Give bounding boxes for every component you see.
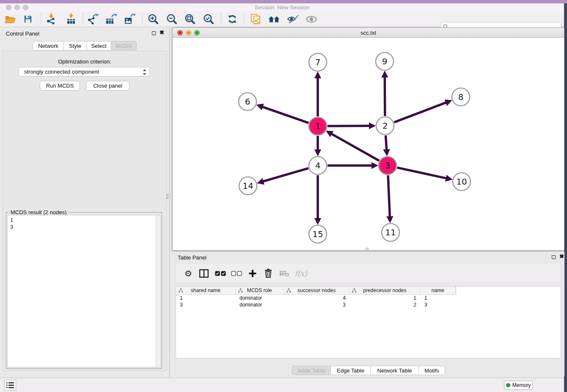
import-network-icon[interactable] [42, 12, 59, 26]
cell-predecessor-nodes[interactable]: 1 [350, 295, 421, 301]
graph-node-7[interactable]: 7 [309, 53, 327, 71]
export-network-icon[interactable] [85, 12, 102, 26]
cell-name[interactable]: 1 [421, 295, 456, 301]
close-table-panel-icon[interactable]: ✖ [559, 253, 564, 259]
tab-edge-table[interactable]: Edge Table [331, 366, 371, 375]
zoom-fit-icon[interactable] [182, 12, 198, 26]
deselect-all-icon[interactable] [229, 263, 244, 283]
column-header-name[interactable]: name [420, 287, 456, 294]
graph-edge-3-11[interactable] [388, 175, 390, 218]
splitter-handle[interactable] [166, 194, 169, 201]
cell-name[interactable]: 3 [421, 301, 456, 308]
network-window: scc.txt 7968124314101511 [172, 28, 564, 251]
tab-network-table[interactable]: Network Table [371, 366, 419, 375]
column-header-shared-name[interactable]: shared name [176, 287, 236, 294]
svg-text:6: 6 [245, 97, 250, 107]
memory-label: Memory [512, 382, 531, 388]
canvas-scroll-nub[interactable] [366, 248, 369, 250]
hide-selected-icon[interactable] [284, 12, 301, 26]
app-window: Session: New Session [0, 3, 564, 392]
float-panel-icon[interactable] [152, 31, 156, 35]
graph-edge-3-1[interactable] [330, 133, 379, 161]
optimization-value: strongly connected component [24, 69, 99, 75]
toolbar-separator [83, 14, 83, 25]
import-table-icon[interactable] [63, 12, 80, 26]
tab-select[interactable]: Select [87, 41, 111, 50]
select-all-icon[interactable] [213, 263, 228, 283]
graph-edge-2-3[interactable] [385, 135, 386, 151]
column-header-MCDS-role[interactable]: MCDS role [236, 287, 284, 294]
tab-style[interactable]: Style [64, 41, 87, 50]
float-table-panel-icon[interactable] [552, 255, 556, 259]
cell-successor-nodes[interactable]: 3 [284, 301, 350, 308]
tab-motifs[interactable]: Motifs [419, 366, 445, 375]
column-header-successor-nodes[interactable]: successor nodes [284, 287, 350, 294]
graph-node-11[interactable]: 11 [382, 224, 399, 241]
graph-node-6[interactable]: 6 [239, 93, 256, 110]
graph-edge-3-10[interactable] [397, 168, 447, 179]
graph-edge-1-2[interactable] [328, 126, 370, 126]
cell-shared-name[interactable]: 3 [176, 301, 236, 308]
zoom-in-icon[interactable] [145, 12, 162, 26]
graph-node-2[interactable]: 2 [376, 117, 394, 135]
close-panel-icon[interactable]: ✖ [160, 29, 164, 36]
cell-MCDS-role[interactable]: dominator [236, 295, 284, 301]
table-settings-icon[interactable]: ⚙ [181, 263, 195, 283]
optimization-select[interactable]: strongly connected component [19, 67, 150, 77]
graph-node-1[interactable]: 1 [309, 117, 327, 135]
graph-node-15[interactable]: 15 [309, 225, 327, 243]
node-table: shared nameMCDS rolesuccessor nodesprede… [176, 286, 561, 359]
result-scrollbar[interactable] [155, 215, 160, 367]
svg-text:14: 14 [242, 181, 253, 191]
optimization-label: Optimization criterion: [0, 58, 169, 65]
cell-successor-nodes[interactable]: 4 [284, 295, 350, 301]
svg-text:1: 1 [315, 121, 321, 131]
graph-node-10[interactable]: 10 [453, 173, 471, 190]
column-settings-icon[interactable] [197, 263, 211, 283]
export-image-icon[interactable] [121, 12, 138, 26]
network-titlebar[interactable]: scc.txt [173, 28, 564, 38]
table-row[interactable]: 3dominator323 [176, 301, 456, 308]
cell-MCDS-role[interactable]: dominator [236, 301, 284, 308]
tab-node-table[interactable]: Node Table [292, 366, 331, 375]
delete-icon[interactable] [261, 263, 275, 283]
apply-layout-icon[interactable] [224, 12, 241, 26]
memory-button[interactable]: Memory [504, 381, 533, 390]
mcds-result-area[interactable]: 13 [7, 215, 161, 367]
table-row[interactable]: 1dominator411 [176, 295, 456, 301]
open-file-icon[interactable] [2, 12, 19, 26]
save-session-icon[interactable] [19, 12, 36, 26]
graph-edge-4-14[interactable] [262, 168, 308, 182]
graph-node-8[interactable]: 8 [452, 88, 470, 106]
show-all-icon[interactable] [303, 12, 320, 26]
clone-network-icon[interactable] [247, 12, 264, 26]
graph-edge-2-9[interactable] [385, 76, 385, 116]
export-table-icon[interactable] [103, 12, 120, 26]
graph-node-3[interactable]: 3 [379, 157, 396, 174]
tab-network[interactable]: Network [33, 41, 64, 50]
graph-node-9[interactable]: 9 [376, 52, 394, 70]
function-builder-icon[interactable]: f(x) [294, 263, 308, 283]
graph-node-4[interactable]: 4 [309, 157, 327, 174]
panel-splitter[interactable] [169, 27, 170, 378]
svg-text:8: 8 [458, 92, 464, 102]
task-history-button[interactable] [4, 380, 16, 391]
cell-predecessor-nodes[interactable]: 2 [350, 301, 421, 308]
zoom-out-icon[interactable] [163, 12, 180, 26]
cell-shared-name[interactable]: 1 [176, 295, 236, 301]
tab-mcds[interactable]: MCDS [111, 41, 137, 50]
column-header-predecessor-nodes[interactable]: predecessor nodes [350, 287, 420, 294]
graph-node-14[interactable]: 14 [239, 177, 257, 195]
main-toolbar [0, 11, 564, 27]
add-icon[interactable] [245, 263, 260, 283]
desktop-wallpaper-strip [0, 0, 567, 3]
delete-table-icon[interactable] [278, 263, 292, 283]
zoom-selected-icon[interactable] [200, 12, 217, 26]
run-mcds-button[interactable]: Run MCDS [40, 81, 80, 91]
network-title: scc.txt [173, 30, 564, 36]
graph-edge-1-6[interactable] [261, 107, 308, 123]
graph-edge-2-8[interactable] [394, 102, 447, 122]
first-neighbors-icon[interactable] [266, 12, 283, 26]
close-panel-button[interactable]: Close panel [86, 81, 129, 91]
network-canvas[interactable]: 7968124314101511 [173, 38, 564, 250]
